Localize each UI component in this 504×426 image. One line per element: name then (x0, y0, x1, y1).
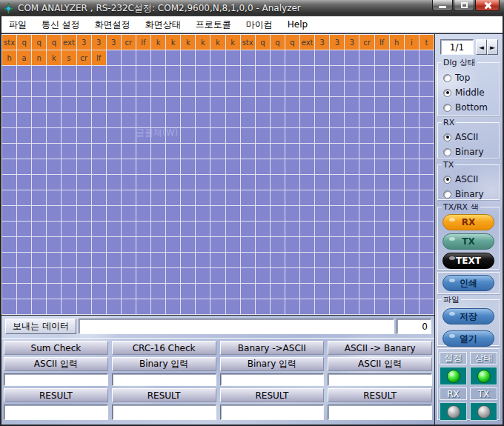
grid-cell (226, 97, 241, 113)
tool-input-field[interactable] (112, 373, 216, 386)
grid-cell: k (166, 35, 181, 50)
dlg-status-radios: TopMiddleBottom (438, 68, 499, 115)
tool-result-button[interactable]: RESULT (220, 388, 325, 402)
tool-result-button[interactable]: RESULT (4, 388, 108, 402)
grid-cell (330, 206, 345, 222)
titlebar[interactable]: COM ANALYZER , RS-232C설정: COM2,9600,N,8,… (0, 0, 504, 16)
grid-cell (375, 299, 390, 315)
grid-cell (315, 299, 330, 315)
close-icon (483, 1, 491, 10)
grid-cell (359, 237, 374, 253)
tool-result-button[interactable]: RESULT (328, 388, 432, 402)
grid-cell (330, 113, 345, 128)
send-data-button[interactable]: 보내는 데이터 (5, 319, 76, 334)
grid-cell (315, 128, 330, 144)
radio-option[interactable]: Binary (443, 144, 499, 159)
menu-item-4[interactable]: 프로토콜 (188, 16, 239, 33)
menu-item-1[interactable]: 통신 설정 (34, 16, 87, 33)
grid-cell (226, 66, 241, 81)
tool-result-button[interactable]: RESULT (112, 388, 216, 402)
grid-cell (420, 128, 434, 144)
data-grid[interactable]: stxqqqext333crlfkkkkkkstxqqqext333crlfhi… (1, 34, 434, 315)
grid-cell (359, 113, 374, 128)
grid-cell (390, 97, 405, 113)
radio-option[interactable]: Top (443, 70, 499, 85)
grid-cell (256, 128, 271, 144)
grid-cell (420, 206, 434, 222)
menu-item-3[interactable]: 화면상태 (138, 16, 188, 33)
grid-cell (420, 299, 434, 315)
grid-cell (92, 268, 107, 284)
grid-cell (271, 144, 285, 159)
grid-cell: k (181, 35, 196, 50)
grid-cell (300, 222, 315, 237)
status-led-panel: 설정상태RXTX (437, 348, 500, 420)
grid-cell (181, 299, 196, 315)
led-indicator (470, 402, 497, 421)
minimize-button[interactable] (432, 0, 453, 11)
tool-result-field[interactable] (4, 405, 108, 420)
send-data-input[interactable] (79, 319, 394, 334)
menu-item-2[interactable]: 화면설정 (87, 16, 138, 33)
grid-cell (420, 97, 434, 113)
radio-icon (443, 104, 451, 112)
grid-cell (405, 97, 420, 113)
led-indicator (440, 367, 467, 385)
grid-cell (241, 66, 256, 81)
file-button-0[interactable]: 저장 (442, 308, 494, 325)
grid-cell (77, 206, 92, 222)
grid-cell (390, 284, 405, 299)
grid-cell: q (17, 35, 32, 50)
grid-cell (330, 97, 345, 113)
grid-cell (300, 253, 315, 268)
grid-cell (285, 237, 300, 253)
grid-cell (2, 159, 17, 175)
maximize-button[interactable] (454, 0, 474, 11)
grid-cell (405, 175, 420, 190)
radio-option[interactable]: ASCII (443, 130, 499, 144)
tool-input-field[interactable] (4, 373, 108, 386)
file-button-1[interactable]: 열기 (442, 330, 494, 347)
grid-cell (256, 190, 271, 206)
tool-result-field[interactable] (220, 405, 325, 420)
close-button[interactable] (475, 0, 500, 11)
tool-title: Banary ->ASCII (220, 341, 325, 355)
grid-cell (92, 144, 107, 159)
radio-option[interactable]: Middle (443, 85, 499, 100)
menu-item-5[interactable]: 마이컴 (239, 16, 280, 33)
tool-input-field[interactable] (220, 373, 325, 386)
grid-cell (359, 159, 374, 175)
grid-cell (181, 253, 196, 268)
menu-item-6[interactable]: Help (280, 16, 315, 33)
color-button-rx[interactable]: RX (442, 214, 494, 230)
page-prev-button[interactable]: ◄ (476, 39, 487, 55)
tool-result-field[interactable] (328, 405, 432, 420)
grid-cell (226, 50, 241, 66)
tool-title: ASCII -> Banary (328, 341, 432, 355)
grid-cell (375, 190, 390, 206)
grid-cell (226, 268, 241, 284)
grid-cell: lf (92, 50, 107, 66)
grid-cell (32, 175, 47, 190)
grid-cell (17, 113, 32, 128)
radio-option[interactable]: Binary (443, 187, 499, 202)
grid-cell (256, 144, 271, 159)
grid-cell (77, 299, 92, 315)
grid-cell (405, 237, 420, 253)
grid-cell (345, 190, 359, 206)
grid-cell (375, 206, 390, 222)
grid-cell (345, 206, 359, 222)
tool-input-field[interactable] (328, 373, 432, 386)
grid-cell (256, 206, 271, 222)
print-button[interactable]: 인쇄 (442, 275, 494, 291)
radio-option[interactable]: Bottom (443, 100, 499, 115)
color-button-tx[interactable]: TX (442, 233, 494, 250)
menu-item-0[interactable]: 파일 (1, 16, 34, 33)
color-button-text[interactable]: TEXT (442, 253, 494, 269)
grid-cell (32, 144, 47, 159)
tool-result-field[interactable] (112, 405, 216, 420)
grid-cell (107, 237, 122, 253)
radio-option[interactable]: ASCII (443, 172, 499, 187)
grid-cell (122, 113, 136, 128)
page-next-button[interactable]: ► (487, 39, 498, 55)
